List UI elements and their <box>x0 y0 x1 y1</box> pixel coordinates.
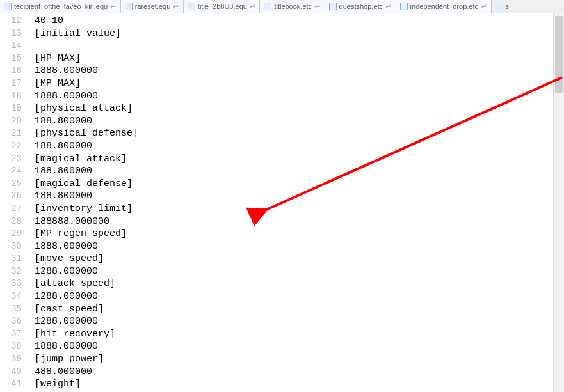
code-line[interactable]: 1888.000000 <box>35 90 564 103</box>
code-line[interactable]: 1288.000000 <box>35 290 564 303</box>
tab-bar: tecipient_ofthe_taveo_kiri.equ ↩ rareset… <box>0 0 564 13</box>
code-line[interactable]: 1888.000000 <box>35 340 564 353</box>
tab-modified-icon: ↩ <box>250 3 256 11</box>
tab-label: s <box>506 3 510 10</box>
tab-label: independent_drop.etc <box>410 3 478 10</box>
line-number: 39 <box>0 353 28 366</box>
line-number: 17 <box>0 77 28 90</box>
code-line[interactable]: [move speed] <box>35 253 564 265</box>
tab-file-1[interactable]: tecipient_ofthe_taveo_kiri.equ ↩ <box>0 0 121 13</box>
tab-label: questshop.etc <box>339 3 383 10</box>
tab-modified-icon: ↩ <box>385 3 392 11</box>
line-number: 15 <box>0 52 28 65</box>
code-line[interactable]: 188.800000 <box>35 115 564 128</box>
line-number: 27 <box>0 203 28 216</box>
code-line[interactable]: 188.800000 <box>35 190 564 203</box>
line-number: 23 <box>0 153 28 166</box>
code-line[interactable]: 1288.000000 <box>35 315 564 328</box>
line-number: 24 <box>0 165 28 178</box>
tab-label: titlebook.etc <box>274 3 312 10</box>
code-line[interactable]: [initial value] <box>35 27 564 40</box>
line-number: 36 <box>0 315 28 328</box>
vertical-scrollbar[interactable] <box>553 13 564 392</box>
line-number: 12 <box>0 15 28 27</box>
tab-file-6[interactable]: independent_drop.etc ↩ <box>396 0 492 13</box>
file-icon <box>4 3 12 10</box>
code-line[interactable]: [hit recovery] <box>35 328 564 341</box>
code-line[interactable]: 1888.000000 <box>35 65 564 77</box>
line-number: 20 <box>0 115 28 128</box>
file-icon <box>400 3 408 10</box>
tab-file-2[interactable]: rareset.equ ↩ <box>121 0 184 13</box>
tab-modified-icon: ↩ <box>110 3 117 11</box>
code-line[interactable]: [attack speed] <box>35 278 564 290</box>
tab-modified-icon: ↩ <box>481 3 487 11</box>
file-icon <box>496 3 503 10</box>
code-line[interactable]: 40 10 <box>35 15 564 27</box>
line-number: 21 <box>0 127 28 140</box>
tab-modified-icon: ↩ <box>314 3 321 11</box>
line-number: 37 <box>0 328 28 341</box>
tab-modified-icon: ↩ <box>173 3 179 11</box>
code-line[interactable]: [inventory limit] <box>35 203 564 216</box>
line-number: 28 <box>0 216 28 228</box>
scrollbar-thumb[interactable] <box>555 16 563 93</box>
tab-label: tecipient_ofthe_taveo_kiri.equ <box>14 3 108 10</box>
code-line[interactable]: 188888.000000 <box>35 216 564 228</box>
tab-file-3[interactable]: title_2b8U8.equ ↩ <box>184 0 261 13</box>
tab-label: title_2b8U8.equ <box>198 3 247 10</box>
line-number: 14 <box>0 40 28 52</box>
line-number: 19 <box>0 102 28 115</box>
tab-file-5[interactable]: questshop.etc ↩ <box>325 0 396 13</box>
line-number: 38 <box>0 340 28 353</box>
code-line[interactable]: [MP MAX] <box>35 77 564 90</box>
line-number: 29 <box>0 228 28 240</box>
file-icon <box>125 3 133 10</box>
code-line[interactable]: 1288.000000 <box>35 265 564 278</box>
code-line[interactable]: [cast speed] <box>35 303 564 316</box>
line-number: 40 <box>0 366 28 379</box>
file-icon <box>329 3 337 10</box>
tab-label: rareset.equ <box>135 3 171 10</box>
code-line[interactable]: [magical defense] <box>35 178 564 191</box>
code-line[interactable]: [jump power] <box>35 353 564 366</box>
line-number: 41 <box>0 378 28 391</box>
line-number: 16 <box>0 65 28 77</box>
line-number: 13 <box>0 27 28 40</box>
tab-file-4[interactable]: titlebook.etc ↩ <box>260 0 325 13</box>
line-number-gutter: 1213141516171819202122232425262728293031… <box>0 13 28 392</box>
code-line[interactable] <box>35 40 564 52</box>
line-number: 35 <box>0 303 28 316</box>
line-number: 30 <box>0 240 28 253</box>
line-number: 33 <box>0 278 28 290</box>
line-number: 31 <box>0 253 28 265</box>
line-number: 22 <box>0 140 28 153</box>
code-line[interactable]: [physical attack] <box>35 102 564 115</box>
line-number: 18 <box>0 90 28 103</box>
code-line[interactable]: [weight] <box>35 378 564 391</box>
file-icon <box>264 3 271 10</box>
code-line[interactable]: 188.800000 <box>35 140 564 153</box>
line-number: 25 <box>0 178 28 191</box>
line-number: 34 <box>0 290 28 303</box>
line-number: 32 <box>0 265 28 278</box>
code-line[interactable]: [magical attack] <box>35 153 564 166</box>
code-line[interactable]: [MP regen speed] <box>35 228 564 240</box>
line-number: 26 <box>0 190 28 203</box>
code-line[interactable]: 488.000000 <box>35 366 564 379</box>
file-icon <box>188 3 195 10</box>
code-line[interactable]: 1888.000000 <box>35 240 564 253</box>
code-content[interactable]: 40 10[initial value][HP MAX]1888.000000[… <box>28 13 564 392</box>
code-editor[interactable]: 1213141516171819202122232425262728293031… <box>0 13 564 392</box>
code-line[interactable]: 188.800000 <box>35 165 564 178</box>
code-line[interactable]: [physical defense] <box>35 127 564 140</box>
code-line[interactable]: [HP MAX] <box>35 52 564 65</box>
tab-file-overflow[interactable]: s <box>492 0 564 13</box>
